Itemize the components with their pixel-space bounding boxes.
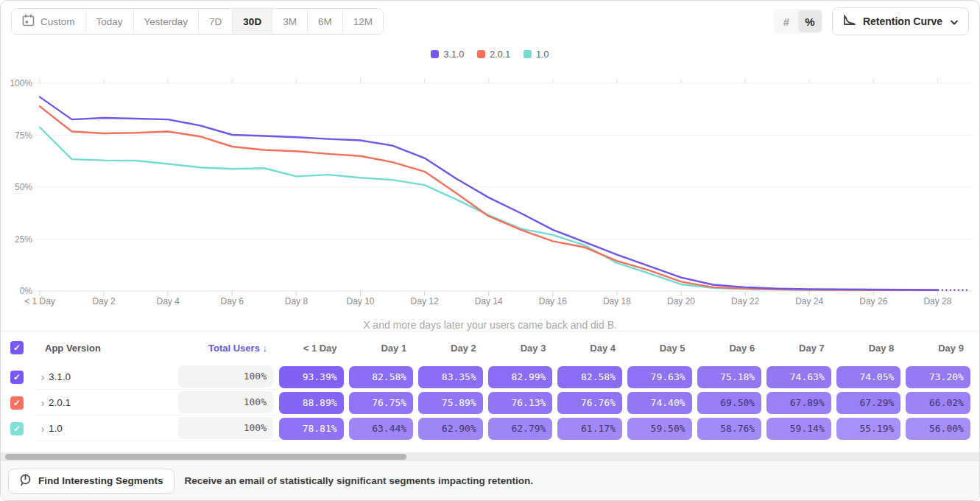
svg-text:Day 24: Day 24: [795, 296, 823, 306]
range-button-custom[interactable]: Custom: [12, 9, 86, 34]
find-segments-icon: [19, 474, 32, 488]
retention-cell-3.1.0-day3[interactable]: 82.99%: [488, 366, 553, 388]
retention-cell-1.0-day8[interactable]: 55.19%: [836, 418, 901, 440]
find-interesting-segments-button[interactable]: Find Interesting Segments: [8, 469, 175, 494]
toolbar-right: # % Retention Curve: [773, 7, 969, 35]
column-header-day-6[interactable]: Day 6: [697, 343, 767, 354]
chart-legend: 3.1.02.0.11.0: [1, 42, 979, 61]
percent-button[interactable]: %: [798, 10, 822, 32]
expand-row-icon[interactable]: ›: [37, 423, 49, 434]
footer-message: Receive an email of statistically signif…: [185, 475, 533, 486]
range-button-6m[interactable]: 6M: [308, 9, 343, 34]
retention-cell-1.0-day4[interactable]: 61.17%: [557, 418, 622, 440]
legend-item-3.1.0[interactable]: 3.1.0: [431, 47, 464, 61]
retention-cell-1.0-day0[interactable]: 78.81%: [279, 418, 344, 440]
retention-cell-3.1.0-day5[interactable]: 79.63%: [627, 366, 692, 388]
retention-cell-2.0.1-day0[interactable]: 88.89%: [279, 392, 344, 414]
retention-cell-3.1.0-day8[interactable]: 74.05%: [836, 366, 901, 388]
row-checkbox-3.1.0[interactable]: ✓: [10, 371, 24, 384]
horizontal-scrollbar[interactable]: [1, 452, 979, 460]
table-body: ✓›3.1.0100%93.39%82.58%83.35%82.99%82.58…: [6, 364, 974, 441]
legend-swatch-icon: [524, 50, 532, 58]
retention-cell-3.1.0-day7[interactable]: 74.63%: [766, 366, 831, 388]
retention-cell-1.0-day1[interactable]: 63.44%: [349, 418, 414, 440]
svg-text:Day 8: Day 8: [285, 296, 309, 306]
row-checkbox-2.0.1[interactable]: ✓: [10, 396, 24, 410]
column-header-day-3[interactable]: Day 3: [488, 343, 558, 354]
expand-row-icon[interactable]: ›: [37, 371, 49, 382]
column-header-day-2[interactable]: Day 2: [418, 343, 488, 354]
legend-swatch-icon: [477, 50, 485, 58]
version-cell: ›1.0: [35, 416, 175, 441]
svg-text:Day 2: Day 2: [92, 296, 116, 306]
total-users-value: 100%: [178, 391, 273, 413]
retention-cell-2.0.1-day9[interactable]: 66.02%: [906, 392, 970, 414]
version-cell: ›2.0.1: [35, 390, 175, 416]
legend-item-2.0.1[interactable]: 2.0.1: [477, 47, 510, 61]
svg-text:Day 28: Day 28: [923, 296, 951, 306]
column-header-day-1[interactable]: Day 1: [349, 343, 419, 354]
svg-text:Day 4: Day 4: [157, 296, 180, 306]
retention-cell-3.1.0-day0[interactable]: 93.39%: [279, 366, 344, 388]
retention-cell-1.0-day9[interactable]: 56.00%: [906, 418, 970, 440]
table-header-row: ✓ App Version Total Users ↓ < 1 DayDay 1…: [6, 332, 974, 364]
retention-cell-1.0-day7[interactable]: 59.14%: [766, 418, 831, 440]
retention-line-chart: 0%25%50%75%100%< 1 DayDay 2Day 4Day 6Day…: [1, 61, 980, 312]
version-label: 2.0.1: [49, 397, 71, 408]
table-row-2.0.1: ✓›2.0.1100%88.89%76.75%75.89%76.13%76.76…: [6, 390, 974, 416]
retention-cell-1.0-day2[interactable]: 62.90%: [418, 418, 483, 440]
legend-item-1.0[interactable]: 1.0: [524, 47, 549, 61]
select-all-cell: ✓: [6, 341, 35, 354]
column-header-day-5[interactable]: Day 5: [627, 343, 697, 354]
column-header-day-9[interactable]: Day 9: [906, 343, 976, 354]
chart-type-dropdown[interactable]: Retention Curve: [832, 7, 969, 35]
retention-cell-3.1.0-day4[interactable]: 82.58%: [557, 366, 622, 388]
retention-cell-2.0.1-day3[interactable]: 76.13%: [488, 392, 553, 414]
svg-text:0%: 0%: [20, 286, 33, 296]
retention-cell-3.1.0-day9[interactable]: 73.20%: [906, 366, 970, 388]
column-header-day-4[interactable]: Day 4: [557, 343, 627, 354]
svg-text:Day 18: Day 18: [603, 296, 631, 306]
check-icon: ✓: [13, 424, 21, 434]
total-users-value: 100%: [178, 417, 273, 439]
range-button-today[interactable]: Today: [86, 9, 134, 34]
retention-cell-2.0.1-day7[interactable]: 67.89%: [766, 392, 831, 414]
svg-text:Day 20: Day 20: [667, 296, 695, 306]
row-checkbox-cell: ✓: [6, 396, 35, 410]
absolute-numbers-button[interactable]: #: [775, 10, 798, 32]
row-checkbox-1.0[interactable]: ✓: [10, 422, 24, 435]
range-button-30d[interactable]: 30D: [233, 9, 272, 34]
expand-row-icon[interactable]: ›: [37, 397, 49, 408]
version-cell: ›3.1.0: [35, 364, 175, 390]
column-header-day-7[interactable]: Day 7: [766, 343, 836, 354]
range-button-3m[interactable]: 3M: [272, 9, 308, 34]
retention-cell-3.1.0-day1[interactable]: 82.58%: [349, 366, 414, 388]
range-button-12m[interactable]: 12M: [343, 9, 383, 34]
svg-text:Day 10: Day 10: [346, 296, 374, 306]
row-checkbox-cell: ✓: [6, 422, 35, 435]
retention-cell-1.0-day5[interactable]: 59.50%: [627, 418, 692, 440]
column-header--1-day[interactable]: < 1 Day: [279, 343, 349, 354]
retention-cell-1.0-day6[interactable]: 58.76%: [697, 418, 762, 440]
svg-text:Day 22: Day 22: [731, 296, 759, 306]
column-header-total-users[interactable]: Total Users ↓: [175, 343, 279, 354]
retention-cell-2.0.1-day2[interactable]: 75.89%: [418, 392, 483, 414]
table-row-1.0: ✓›1.0100%78.81%63.44%62.90%62.79%61.17%5…: [6, 416, 974, 441]
retention-cell-2.0.1-day8[interactable]: 67.29%: [836, 392, 901, 414]
retention-cell-1.0-day3[interactable]: 62.79%: [488, 418, 553, 440]
range-button-7d[interactable]: 7D: [199, 9, 233, 34]
svg-text:Day 26: Day 26: [859, 296, 887, 306]
column-header-app-version: App Version: [35, 343, 175, 354]
range-button-yesterday[interactable]: Yesterday: [134, 9, 200, 34]
retention-cell-2.0.1-day6[interactable]: 69.50%: [697, 392, 762, 414]
retention-cell-2.0.1-day5[interactable]: 74.40%: [627, 392, 692, 414]
retention-cell-3.1.0-day6[interactable]: 75.18%: [697, 366, 762, 388]
select-all-checkbox[interactable]: ✓: [10, 341, 24, 354]
scrollbar-thumb[interactable]: [5, 454, 406, 460]
retention-cell-3.1.0-day2[interactable]: 83.35%: [418, 366, 483, 388]
retention-cell-2.0.1-day4[interactable]: 76.76%: [557, 392, 622, 414]
retention-chart-section: 3.1.02.0.11.0 0%25%50%75%100%< 1 DayDay …: [1, 42, 979, 331]
column-header-day-8[interactable]: Day 8: [836, 343, 906, 354]
svg-text:Day 6: Day 6: [221, 296, 244, 306]
retention-cell-2.0.1-day1[interactable]: 76.75%: [349, 392, 414, 414]
